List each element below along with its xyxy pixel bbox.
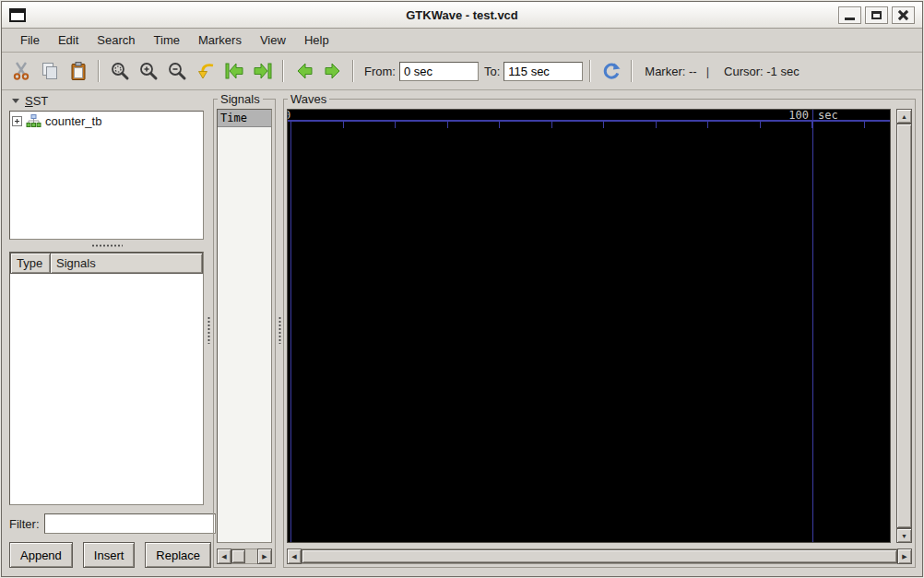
shift-left-button[interactable] [290,57,317,85]
toolbar: From: To: Marker: -- | Cursor: -1 sec [2,53,922,90]
splitter-grip-icon [91,244,123,247]
to-label: To: [484,65,500,78]
reload-button[interactable] [598,57,624,85]
gridline-0sec [290,122,291,542]
insert-button[interactable]: Insert [83,542,136,568]
marker-status: Marker: -- [645,65,696,78]
time-header[interactable]: Time [218,110,271,127]
scroll-left-icon[interactable]: ◀ [217,549,231,564]
toolbar-separator [282,60,284,82]
sst-panel: SST counter_tb [9,92,204,568]
timeline-start-label: 0 [287,109,290,122]
expander-arrow-icon [12,99,19,103]
scrollbar-trough[interactable] [302,549,897,564]
column-header-type[interactable]: Type [10,253,51,274]
copy-button[interactable] [36,57,63,85]
menu-markers[interactable]: Markers [189,29,251,51]
waves-vscrollbar[interactable]: ▲ ▼ [896,109,912,543]
panel-splitter[interactable] [204,92,213,568]
fetch-to-start-button[interactable] [220,57,247,85]
gtkwave-window: GTKWave - test.vcd File Edit Search Time… [1,1,923,577]
maximize-button[interactable] [865,6,888,24]
scroll-right-icon[interactable]: ▶ [897,549,912,564]
menu-bar: File Edit Search Time Markers View Help [2,29,922,53]
waves-frame-label: Waves [288,92,329,106]
fetch-to-end-button[interactable] [249,57,276,85]
scroll-up-icon[interactable]: ▲ [896,109,912,124]
scrollbar-thumb[interactable] [896,124,912,528]
scrollbar-thumb[interactable] [302,549,897,563]
replace-button[interactable]: Replace [145,542,211,568]
scrollbar-trough[interactable] [231,549,257,564]
toolbar-separator [98,60,100,82]
from-label: From: [364,65,396,78]
zoom-undo-icon [195,61,216,81]
toolbar-separator [631,60,633,82]
wave-canvas[interactable]: 0 100 sec [287,109,891,543]
arrow-right-icon [322,60,344,82]
menu-time[interactable]: Time [145,29,189,51]
zoom-out-button[interactable] [163,57,190,85]
menu-file[interactable]: File [11,29,49,51]
timeline-unit-label: sec [818,109,838,122]
zoom-undo-button[interactable] [192,57,219,85]
minimize-button[interactable] [838,6,861,24]
zoom-in-button[interactable] [135,57,161,85]
menu-view[interactable]: View [251,29,295,51]
menu-help[interactable]: Help [295,29,338,51]
zoom-fit-button[interactable] [106,57,133,85]
panel-splitter[interactable] [276,92,283,568]
scroll-left-icon[interactable]: ◀ [287,549,302,564]
tree-expand-icon[interactable] [12,116,22,126]
column-header-signals[interactable]: Signals [51,253,203,274]
scroll-right-icon[interactable]: ▶ [257,549,272,564]
toolbar-separator [589,60,591,82]
zoom-in-icon [138,61,159,81]
tree-item-counter-tb[interactable]: counter_tb [12,114,201,128]
main-area: SST counter_tb [2,90,922,576]
title-bar: GTKWave - test.vcd [2,2,922,29]
close-button[interactable] [892,6,915,24]
hierarchy-icon [26,114,41,128]
sst-signals-table: Type Signals [9,252,204,505]
gridline-100sec [812,110,813,542]
paste-button[interactable] [65,57,91,85]
menu-edit[interactable]: Edit [49,29,88,51]
arrow-right-bar-icon [252,60,274,82]
splitter-grip-icon [278,316,281,344]
signals-frame: Signals Time ◀ ▶ [213,92,276,568]
waves-hscrollbar[interactable]: ◀ ▶ [287,549,912,564]
reload-icon [601,61,622,81]
window-icon [9,8,26,22]
cursor-status: Cursor: -1 sec [724,65,800,78]
sst-label: SST [25,94,48,108]
zoom-out-icon [167,61,187,81]
to-input[interactable] [503,62,583,81]
tree-item-label: counter_tb [45,114,101,128]
signals-list[interactable]: Time [217,109,272,543]
filter-label: Filter: [9,517,40,531]
sst-tree[interactable]: counter_tb [9,111,204,240]
filter-input[interactable] [44,513,216,534]
splitter-grip-icon [207,316,210,344]
menu-search[interactable]: Search [88,29,144,51]
window-title: GTKWave - test.vcd [2,8,922,22]
append-button[interactable]: Append [9,542,73,568]
timeline-major-label: 100 [766,109,809,122]
waves-frame: Waves 0 100 sec ▲ ▼ ◀ [283,92,916,568]
cut-icon [11,61,31,81]
minimize-icon [845,18,855,20]
signals-table-body[interactable] [10,274,203,504]
scroll-down-icon[interactable]: ▼ [896,528,912,543]
scrollbar-thumb[interactable] [231,549,245,563]
sst-expander[interactable]: SST [9,92,204,110]
maximize-icon [871,11,882,19]
status-separator: | [706,65,709,78]
cut-button[interactable] [7,57,34,85]
shift-right-button[interactable] [319,57,346,85]
signals-hscrollbar[interactable]: ◀ ▶ [217,549,272,564]
arrow-left-icon [293,60,315,82]
sst-horizontal-splitter[interactable] [9,240,204,252]
from-input[interactable] [399,62,479,81]
zoom-fit-icon [110,61,130,81]
